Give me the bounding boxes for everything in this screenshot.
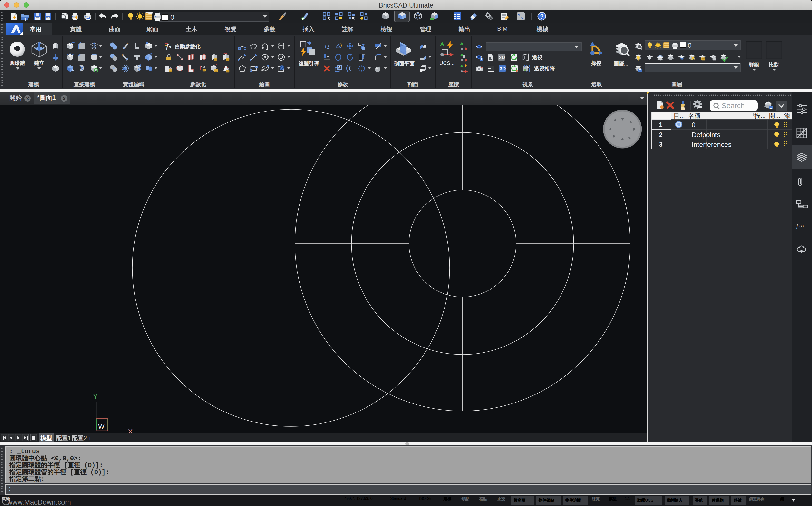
svg-text:Interferences: Interferences xyxy=(691,141,731,148)
svg-text:目...: 目... xyxy=(674,112,685,119)
svg-text:添: 添 xyxy=(784,112,790,119)
svg-text:名稱: 名稱 xyxy=(688,112,700,119)
svg-text:描...: 描... xyxy=(754,112,766,119)
svg-text:W: W xyxy=(98,423,104,430)
svg-text:0: 0 xyxy=(691,121,695,129)
svg-text:?: ? xyxy=(540,13,544,20)
svg-text:f: f xyxy=(796,222,799,229)
svg-text:0: 0 xyxy=(170,13,174,21)
svg-text:開...: 開... xyxy=(769,112,780,119)
svg-text:(x): (x) xyxy=(799,224,804,228)
svg-text:Search: Search xyxy=(722,101,745,109)
svg-text:Defpoints: Defpoints xyxy=(691,131,720,139)
svg-text:1: 1 xyxy=(659,121,662,128)
svg-text:2: 2 xyxy=(659,131,662,138)
svg-text:3: 3 xyxy=(659,141,662,148)
svg-text:X: X xyxy=(128,427,133,433)
svg-text:Y: Y xyxy=(93,392,98,400)
svg-text:0: 0 xyxy=(688,41,691,49)
